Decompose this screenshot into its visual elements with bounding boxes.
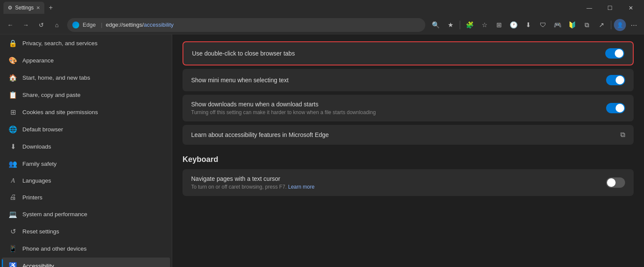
setting-label-text-cursor: Navigate pages with a text cursor: [191, 175, 606, 182]
sidebar-label-languages: Languages: [22, 177, 51, 184]
sidebar-item-downloads[interactable]: ⬇ Downloads: [2, 138, 170, 155]
sidebar-item-family-safety[interactable]: 👥 Family safety: [2, 155, 170, 172]
sidebar-item-accessibility[interactable]: ♿ Accessibility: [2, 258, 170, 267]
keyboard-section-heading: Keyboard: [183, 155, 634, 164]
home-icon: 🏠: [9, 74, 17, 82]
cookies-icon: ⊞: [9, 108, 17, 116]
setting-label-downloads-menu: Show downloads menu when a download star…: [191, 101, 606, 108]
sidebar-label-phone: Phone and other devices: [22, 245, 87, 252]
setting-desc-text-cursor: To turn on or off caret browsing, press …: [191, 184, 606, 190]
tab-close-button[interactable]: ✕: [36, 5, 40, 11]
sidebar-item-default-browser[interactable]: 🌐 Default browser: [2, 121, 170, 138]
family-safety-icon: 👥: [9, 160, 17, 168]
address-text: edge://settings/accessibility: [106, 22, 174, 28]
back-button[interactable]: ←: [3, 18, 17, 32]
setting-content-learn: Learn about accessibility features in Mi…: [191, 131, 620, 138]
home-button[interactable]: ⌂: [50, 18, 64, 32]
toggle-thumb-mini-menu: [616, 76, 624, 84]
printers-icon: 🖨: [9, 193, 17, 201]
sidebar-label-privacy: Privacy, search, and services: [22, 40, 98, 47]
sidebar-item-printers[interactable]: 🖨 Printers: [2, 189, 170, 205]
setting-label-learn: Learn about accessibility features in Mi…: [191, 131, 620, 138]
setting-learn-accessibility[interactable]: Learn about accessibility features in Mi…: [183, 125, 634, 145]
forward-button[interactable]: →: [19, 18, 33, 32]
appearance-icon: 🎨: [9, 56, 17, 65]
sidebar-label-start-home: Start, home, and new tabs: [22, 75, 90, 81]
tab-label: Settings: [15, 5, 34, 11]
downloads-icon[interactable]: ⬇: [521, 18, 535, 32]
favorites-icon[interactable]: ★: [443, 18, 457, 32]
sidebar-item-reset[interactable]: ↺ Reset settings: [2, 223, 170, 240]
toggle-thumb-text-cursor: [607, 178, 616, 187]
refresh-button[interactable]: ↺: [34, 18, 48, 32]
zoom-icon[interactable]: 🔍: [429, 18, 443, 32]
edge-logo-icon: [72, 22, 79, 28]
games-icon[interactable]: 🎮: [551, 18, 564, 32]
main-layout: 🔒 Privacy, search, and services 🎨 Appear…: [0, 34, 644, 267]
sidebar-item-cookies[interactable]: ⊞ Cookies and site permissions: [2, 104, 170, 121]
sidebar-item-system[interactable]: 💻 System and performance: [2, 206, 170, 223]
toolbar-icons: 🔍 ★ 🧩 ☆ ⊞ 🕐 ⬇ 🛡 🎮 🔰 ⧉ ↗ 👤 ⋯: [429, 18, 641, 32]
sidebar-label-reset: Reset settings: [22, 228, 59, 235]
toggle-thumb-downloads-menu: [616, 104, 624, 112]
toggle-double-click[interactable]: [605, 48, 624, 59]
setting-label-double-click: Use double-click to close browser tabs: [192, 50, 605, 57]
more-options-button[interactable]: ⋯: [627, 18, 641, 32]
sidebar-item-privacy[interactable]: 🔒 Privacy, search, and services: [2, 35, 170, 52]
separator-1: [460, 21, 460, 29]
toggle-text-cursor[interactable]: [606, 177, 625, 188]
address-bar[interactable]: Edge | edge://settings/accessibility: [67, 18, 425, 32]
favorites-list-icon[interactable]: ☆: [477, 18, 491, 32]
sidebar-item-phone[interactable]: 📱 Phone and other devices: [2, 240, 170, 257]
languages-icon: A: [9, 177, 17, 184]
minimize-button[interactable]: —: [579, 1, 599, 15]
collections-icon[interactable]: ⊞: [492, 18, 506, 32]
setting-content-downloads-menu: Show downloads menu when a download star…: [191, 101, 606, 115]
extensions-icon[interactable]: 🧩: [463, 18, 477, 32]
learn-more-link[interactable]: Learn more: [288, 184, 314, 190]
edge-label: Edge: [83, 22, 96, 28]
browser-essentials-icon[interactable]: 🔰: [565, 18, 579, 32]
titlebar: ⚙ Settings ✕ + — ☐ ✕: [0, 0, 644, 16]
maximize-button[interactable]: ☐: [600, 1, 620, 15]
close-button[interactable]: ✕: [621, 1, 641, 15]
privacy-icon: 🔒: [9, 39, 17, 47]
separator-2: [611, 21, 611, 29]
toggle-downloads-menu[interactable]: [606, 103, 625, 113]
sidebar-label-system: System and performance: [22, 211, 87, 217]
sidebar-label-default-browser: Default browser: [22, 126, 63, 133]
sidebar-item-languages[interactable]: A Languages: [2, 173, 170, 189]
setting-content-double-click: Use double-click to close browser tabs: [192, 50, 605, 57]
sidebar-label-downloads: Downloads: [22, 143, 51, 150]
content-area: Use double-click to close browser tabs S…: [172, 34, 644, 267]
window-controls: — ☐ ✕: [579, 1, 641, 15]
share-copy-icon: 📋: [9, 91, 17, 99]
sidebar-item-start-home[interactable]: 🏠 Start, home, and new tabs: [2, 69, 170, 86]
system-icon: 💻: [9, 210, 17, 218]
setting-content-mini-menu: Show mini menu when selecting text: [191, 77, 606, 84]
sidebar-item-appearance[interactable]: 🎨 Appearance: [2, 52, 170, 69]
sidebar-label-share-copy: Share, copy and paste: [22, 92, 80, 98]
sidebar-item-share-copy[interactable]: 📋 Share, copy and paste: [2, 87, 170, 103]
sidebar-label-accessibility: Accessibility: [22, 263, 54, 267]
shield-icon[interactable]: 🛡: [536, 18, 550, 32]
split-screen-icon[interactable]: ⧉: [580, 18, 594, 32]
toggle-mini-menu[interactable]: [606, 75, 625, 85]
history-icon[interactable]: 🕐: [507, 18, 520, 32]
reset-icon: ↺: [9, 227, 17, 236]
share-icon[interactable]: ↗: [594, 18, 608, 32]
setting-label-mini-menu: Show mini menu when selecting text: [191, 77, 606, 84]
sidebar-label-appearance: Appearance: [22, 57, 54, 64]
default-browser-icon: 🌐: [9, 125, 17, 134]
sidebar-label-printers: Printers: [22, 194, 43, 201]
new-tab-button[interactable]: +: [46, 3, 55, 12]
setting-downloads-menu: Show downloads menu when a download star…: [183, 95, 634, 121]
profile-icon[interactable]: 👤: [614, 19, 626, 31]
setting-text-cursor: Navigate pages with a text cursor To tur…: [183, 169, 634, 196]
sidebar-label-cookies: Cookies and site permissions: [22, 109, 98, 115]
downloads-nav-icon: ⬇: [9, 143, 17, 151]
setting-desc-downloads-menu: Turning off this setting can make it har…: [191, 109, 606, 115]
external-link-icon: ⧉: [620, 131, 625, 139]
accessibility-icon: ♿: [9, 262, 17, 267]
settings-tab[interactable]: ⚙ Settings ✕: [3, 2, 44, 14]
